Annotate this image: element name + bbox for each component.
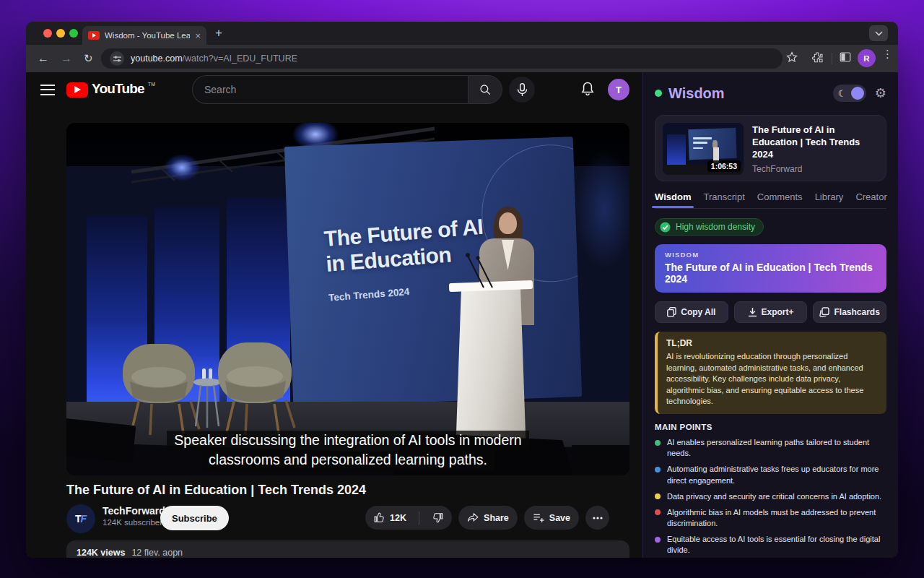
channel-name[interactable]: TechForward bbox=[103, 505, 167, 517]
new-tab-button[interactable]: + bbox=[215, 26, 222, 40]
export-label: Export+ bbox=[762, 307, 794, 317]
video-player[interactable]: The Future of AI in Education Tech Trend… bbox=[66, 123, 629, 475]
chevron-down-icon bbox=[875, 31, 883, 36]
thumbnail-backdrop bbox=[667, 134, 686, 169]
ellipsis-icon bbox=[593, 517, 603, 519]
tab-library[interactable]: Library bbox=[815, 191, 844, 208]
thumbnail-slide-line bbox=[693, 142, 707, 144]
video-card-title: The Future of AI in Education | Tech Tre… bbox=[752, 124, 879, 161]
window-close-button[interactable] bbox=[43, 29, 52, 38]
main-point-item: Data privacy and security are critical c… bbox=[655, 491, 886, 502]
main-point-text: Data privacy and security are critical c… bbox=[667, 491, 881, 502]
tab-wisdom[interactable]: Wisdom bbox=[655, 191, 691, 208]
wisdom-density-badge: High wisdom density bbox=[655, 218, 764, 236]
main-points-label: MAIN POINTS bbox=[655, 423, 886, 431]
flashcards-icon bbox=[819, 307, 829, 317]
video-card-text: The Future of AI in Education | Tech Tre… bbox=[752, 123, 879, 173]
bookmark-star-icon[interactable] bbox=[785, 51, 798, 64]
bullet-dot bbox=[655, 493, 661, 499]
tab-close-icon[interactable]: × bbox=[195, 31, 201, 40]
playlist-add-icon bbox=[533, 512, 545, 523]
settings-gear-icon[interactable]: ⚙ bbox=[875, 85, 886, 101]
browser-profile-avatar[interactable]: R bbox=[858, 49, 876, 67]
current-video-card[interactable]: 1:06:53 The Future of AI in Education | … bbox=[655, 115, 886, 181]
like-button[interactable]: 12K bbox=[365, 512, 414, 524]
thumbs-up-icon bbox=[373, 512, 385, 524]
wisdom-side-panel: Wisdom ☾ ⚙ bbox=[642, 72, 898, 558]
video-duration-badge: 1:06:53 bbox=[707, 160, 741, 172]
side-panel-icon[interactable] bbox=[839, 51, 852, 64]
podium-microphones bbox=[449, 246, 536, 289]
url-path: /watch?v=AI_EDU_FUTURE bbox=[183, 53, 297, 64]
tab-search-chevron-button[interactable] bbox=[869, 25, 888, 41]
youtube-play-icon bbox=[66, 82, 88, 98]
channel-avatar-letter: F bbox=[81, 513, 87, 525]
tab-transcript[interactable]: Transcript bbox=[703, 191, 744, 208]
dark-mode-toggle[interactable]: ☾ bbox=[833, 85, 866, 102]
video-thumbnail: 1:06:53 bbox=[663, 123, 744, 175]
flashcards-button[interactable]: Flashcards bbox=[813, 301, 886, 323]
thumbnail-slide-line bbox=[693, 137, 712, 139]
search-button[interactable] bbox=[468, 75, 502, 104]
window-minimize-button[interactable] bbox=[56, 29, 65, 38]
check-circle-icon bbox=[660, 222, 671, 233]
like-count: 12K bbox=[390, 513, 406, 523]
save-button[interactable]: Save bbox=[524, 506, 579, 530]
site-info-icon[interactable] bbox=[110, 51, 124, 66]
pill-divider bbox=[419, 512, 419, 525]
main-points-list: AI enables personalized learning paths t… bbox=[655, 437, 886, 558]
save-label: Save bbox=[549, 513, 570, 523]
flashcards-label: Flashcards bbox=[834, 307, 879, 317]
browser-menu-kebab-icon[interactable]: ⋮ bbox=[882, 48, 893, 61]
wisdom-app-title: Wisdom bbox=[668, 85, 833, 102]
channel-subscribers: 124K subscribers bbox=[103, 518, 167, 527]
dislike-button[interactable] bbox=[424, 512, 452, 524]
reload-button[interactable]: ↻ bbox=[84, 52, 93, 65]
share-button[interactable]: Share bbox=[458, 506, 518, 530]
wisdom-header: Wisdom ☾ ⚙ bbox=[655, 81, 886, 105]
search-bar bbox=[192, 75, 502, 104]
caption-line2: classrooms and personalized learning pat… bbox=[201, 450, 494, 470]
youtube-logo-text: YouTube bbox=[92, 81, 144, 97]
video-captions: Speaker discussing the integration of AI… bbox=[66, 431, 629, 470]
subscribe-button[interactable]: Subscribe bbox=[160, 506, 229, 530]
description-box[interactable]: 124K views 12 flev. aopn bbox=[66, 540, 629, 558]
extensions-puzzle-icon[interactable] bbox=[811, 51, 824, 64]
toggle-knob bbox=[851, 87, 864, 100]
main-point-item: Algorithmic bias in AI models must be ad… bbox=[655, 507, 886, 529]
tab-creator[interactable]: Creator bbox=[855, 191, 886, 208]
notifications-button[interactable] bbox=[580, 81, 595, 97]
copy-all-label: Copy All bbox=[681, 307, 715, 317]
main-point-text: AI enables personalized learning paths t… bbox=[667, 437, 886, 459]
copy-all-button[interactable]: Copy All bbox=[655, 301, 728, 323]
wisdom-tabs: Wisdom Transcript Comments Library Creat… bbox=[655, 191, 886, 209]
search-input-box[interactable] bbox=[192, 75, 468, 104]
guide-hamburger-button[interactable] bbox=[40, 85, 55, 98]
share-arrow-icon bbox=[467, 512, 479, 523]
browser-toolbar: ← → ↻ youtube.com/watch?v=AI_EDU_FUTURE bbox=[26, 45, 898, 72]
address-bar[interactable]: youtube.com/watch?v=AI_EDU_FUTURE bbox=[101, 48, 783, 69]
speaker-head bbox=[499, 212, 517, 234]
thumbs-down-icon bbox=[432, 512, 444, 524]
forward-button[interactable]: → bbox=[61, 52, 72, 65]
search-icon bbox=[479, 83, 492, 96]
channel-avatar[interactable]: TF bbox=[66, 504, 95, 533]
export-button[interactable]: Export+ bbox=[734, 301, 808, 323]
browser-tab[interactable]: Wisdom - YouTube Learning S × bbox=[82, 26, 206, 45]
projection-screen: The Future of AI in Education Tech Trend… bbox=[284, 137, 582, 407]
search-input[interactable] bbox=[204, 84, 443, 95]
back-button[interactable]: ← bbox=[38, 52, 49, 65]
more-actions-button[interactable] bbox=[585, 506, 609, 530]
tldr-text: AI is revolutionizing education through … bbox=[666, 351, 878, 407]
download-icon bbox=[748, 307, 757, 317]
tab-comments[interactable]: Comments bbox=[757, 191, 803, 208]
youtube-logo[interactable]: YouTube TM bbox=[66, 81, 155, 98]
main-point-text: Algorithmic bias in AI models must be ad… bbox=[667, 507, 886, 529]
bullet-dot bbox=[655, 467, 661, 473]
caption-line1: Speaker discussing the integration of AI… bbox=[167, 431, 528, 451]
window-zoom-button[interactable] bbox=[69, 29, 78, 38]
bell-icon bbox=[580, 81, 595, 97]
voice-search-button[interactable] bbox=[509, 77, 535, 103]
youtube-logo-tm: TM bbox=[148, 82, 155, 87]
youtube-account-avatar[interactable]: T bbox=[608, 79, 629, 100]
